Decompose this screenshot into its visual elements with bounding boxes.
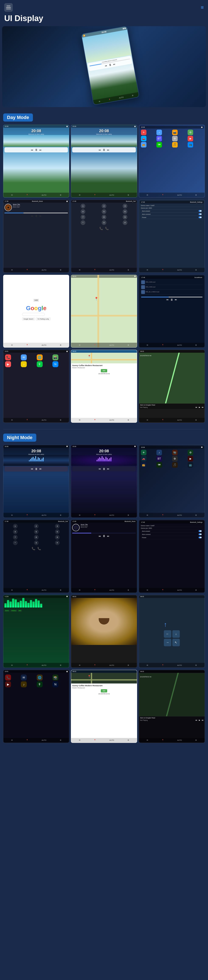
n-dial-star[interactable]: * xyxy=(13,541,17,545)
niph-youtube[interactable]: ▶ xyxy=(5,681,11,687)
btc-call-controls[interactable]: 📞 📞 xyxy=(71,226,137,231)
d2-prev[interactable]: ⏮ xyxy=(99,149,101,151)
dial-0[interactable]: 0 xyxy=(102,220,106,225)
n-dial-0[interactable]: 0 xyxy=(34,541,39,545)
nnp-play[interactable]: ▶ xyxy=(199,719,200,721)
hands-nav-4[interactable]: ⚙ xyxy=(128,664,129,666)
app-icon-phone[interactable]: 📷 xyxy=(172,130,178,135)
nbtm-next[interactable]: ⏭ xyxy=(107,535,109,537)
dial-hash[interactable]: # xyxy=(123,220,128,225)
map-nav-1[interactable]: ✉ xyxy=(79,344,80,346)
social-controls[interactable]: ⏮ ⏸ ⏭ xyxy=(141,298,202,301)
google-nav-3[interactable]: AUTO xyxy=(42,344,46,346)
niph-safari[interactable]: 🌐 xyxy=(37,675,43,681)
nbtm-nav-3[interactable]: AUTO xyxy=(110,589,114,591)
hands-nav-1[interactable]: ✉ xyxy=(79,664,80,666)
turn-alt[interactable]: ↖ xyxy=(172,639,180,646)
app-icon-eq[interactable]: 🎵 xyxy=(172,142,178,148)
bts-flower-toggle[interactable] xyxy=(199,216,202,218)
nbtm-nav-4[interactable]: ⚙ xyxy=(128,589,129,591)
np-play[interactable]: ▶ xyxy=(199,406,200,408)
niph-nav-4[interactable]: ⚙ xyxy=(60,739,61,741)
ncof-go-btn[interactable]: GO xyxy=(101,689,107,692)
nbtc-answer[interactable]: 📞 xyxy=(37,547,41,550)
d1-nav-2[interactable]: 📍 xyxy=(26,194,28,196)
na-app-11[interactable]: 🎵 xyxy=(172,462,178,468)
ncof-nav-3[interactable]: AUTO xyxy=(110,739,114,741)
hero-prev-btn[interactable]: ⏮ xyxy=(105,64,107,67)
np-nav-2[interactable]: 📍 xyxy=(162,419,164,421)
nbtm-prev[interactable]: ⏮ xyxy=(99,535,101,537)
btm-play[interactable]: ⏸ xyxy=(35,214,38,218)
social-play[interactable]: ⏸ xyxy=(170,298,173,301)
btc-nav-3[interactable]: AUTO xyxy=(110,269,114,271)
app-icon-telegram[interactable]: ✈ xyxy=(141,130,147,135)
hero-nav-email[interactable]: ✉ xyxy=(98,100,100,102)
n-dial-2[interactable]: 2 xyxy=(34,524,39,528)
bts-nav-2[interactable]: 📍 xyxy=(162,269,164,271)
niph-messages[interactable]: ✉ xyxy=(21,675,27,681)
na-app-10[interactable]: 🗺 xyxy=(156,462,162,468)
nnp-prev[interactable]: ⏮ xyxy=(195,719,197,721)
nm2-nav-1[interactable]: ✉ xyxy=(79,514,80,516)
np-nav-3[interactable]: AUTO xyxy=(177,419,182,421)
nbts-nav-2[interactable]: 📍 xyxy=(162,589,164,591)
nbtm-play[interactable]: ⏸ xyxy=(102,534,106,538)
nm2-nav-2[interactable]: 📍 xyxy=(94,514,96,516)
social-item-3[interactable]: 华乐_全1_9.NRE.B.mp3 xyxy=(141,290,202,294)
d2-controls[interactable]: ⏮ ⏸ ⏭ xyxy=(73,148,134,151)
d3-nav-2[interactable]: 📍 xyxy=(162,194,164,196)
iph-messages[interactable]: ✉ xyxy=(21,355,27,360)
np-nav-4[interactable]: ⚙ xyxy=(195,419,197,421)
nnp-nav-1[interactable]: ✉ xyxy=(147,739,148,741)
btm-nav-2[interactable]: 📍 xyxy=(26,269,28,271)
eq-preset-3[interactable]: MID xyxy=(18,609,22,612)
hands-nav-2[interactable]: 📍 xyxy=(94,664,96,666)
dial-7[interactable]: 7 xyxy=(80,215,85,220)
np-controls[interactable]: ⏮ ▶ ⏭ xyxy=(195,406,203,408)
btc-hangup[interactable]: 📞 xyxy=(99,227,103,230)
iph-safari[interactable]: 🌐 xyxy=(37,355,43,360)
nbts-connect-toggle[interactable] xyxy=(199,533,202,535)
d3-nav-3[interactable]: AUTO xyxy=(177,194,182,196)
nbts-nav-3[interactable]: AUTO xyxy=(177,589,182,591)
na-nav-2[interactable]: 📍 xyxy=(162,514,164,516)
n-dial-5[interactable]: 5 xyxy=(34,530,39,534)
na-app-12[interactable]: 📺 xyxy=(188,462,193,468)
nbtm-controls[interactable]: ⏮ ⏸ ⏭ xyxy=(71,534,137,538)
turn-nav-3[interactable]: AUTO xyxy=(177,664,182,666)
nm1-nav-1[interactable]: ✉ xyxy=(11,514,13,516)
na-app-3[interactable]: 📷 xyxy=(172,450,178,455)
iph-facetime[interactable]: 📸 xyxy=(52,355,58,360)
google-nav-2[interactable]: 📍 xyxy=(26,344,28,346)
nm1-prev[interactable]: ⏮ xyxy=(31,468,33,470)
d3-nav-4[interactable]: ⚙ xyxy=(195,194,197,196)
na-app-9[interactable]: 📻 xyxy=(141,462,147,468)
n-dial-1[interactable]: 1 xyxy=(13,524,17,528)
eq-nav-2[interactable]: 📍 xyxy=(26,664,28,666)
n-dial-8[interactable]: 8 xyxy=(34,535,39,539)
cof-nav-3[interactable]: AUTO xyxy=(110,419,114,421)
cof-nav-1[interactable]: ✉ xyxy=(79,419,80,421)
na-nav-1[interactable]: ✉ xyxy=(147,514,148,516)
social-nav-1[interactable]: ✉ xyxy=(147,344,148,346)
google-nav-1[interactable]: ✉ xyxy=(11,344,13,346)
niph-nav-3[interactable]: AUTO xyxy=(42,739,46,741)
d1-next[interactable]: ⏭ xyxy=(39,149,42,151)
iph-nav-3[interactable]: AUTO xyxy=(42,419,46,421)
btm-nav-1[interactable]: ✉ xyxy=(11,269,13,271)
n-dial-hash[interactable]: # xyxy=(55,541,60,545)
nbtc-nav-3[interactable]: AUTO xyxy=(42,589,46,591)
btc-nav-1[interactable]: ✉ xyxy=(79,269,80,271)
d3-nav-1[interactable]: ✉ xyxy=(147,194,148,196)
nm1-nav-3[interactable]: AUTO xyxy=(42,514,46,516)
turn-nav-2[interactable]: 📍 xyxy=(162,664,164,666)
nm1-controls[interactable]: ⏮ ⏸ ⏭ xyxy=(6,467,67,471)
d2-nav-4[interactable]: ⚙ xyxy=(128,194,129,196)
social-nav-4[interactable]: ⚙ xyxy=(195,344,197,346)
dial-3[interactable]: 3 xyxy=(123,204,128,208)
bts-nav-3[interactable]: AUTO xyxy=(177,269,182,271)
na-app-6[interactable]: BT xyxy=(156,456,162,461)
google-buttons[interactable]: Google Search I'm Feeling Lucky xyxy=(22,318,50,320)
hero-nav-apps[interactable]: ⚙ xyxy=(132,94,134,97)
